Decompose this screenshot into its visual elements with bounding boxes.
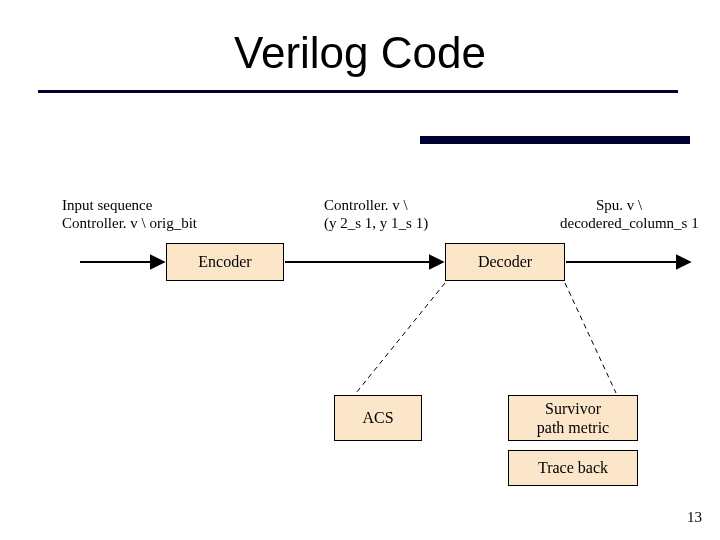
spu-output-label-line1: Spu. v \ — [596, 196, 642, 215]
dashed-decoder-to-survivor — [565, 283, 616, 393]
input-sequence-label-line2: Controller. v \ orig_bit — [62, 214, 197, 233]
controller-signal-label-line2: (y 2_s 1, y 1_s 1) — [324, 214, 428, 233]
controller-signal-label-line1: Controller. v \ — [324, 196, 408, 215]
decoder-box: Decoder — [445, 243, 565, 281]
input-sequence-label-line1: Input sequence — [62, 196, 152, 215]
dashed-decoder-to-acs — [356, 283, 445, 393]
page-number: 13 — [687, 509, 702, 526]
survivor-path-metric-box: Survivor path metric — [508, 395, 638, 441]
encoder-box: Encoder — [166, 243, 284, 281]
spu-output-label-line2: decodered_column_s 1 — [560, 214, 699, 233]
diagram-stage: Input sequence Controller. v \ orig_bit … — [0, 0, 720, 540]
trace-back-box: Trace back — [508, 450, 638, 486]
acs-box: ACS — [334, 395, 422, 441]
